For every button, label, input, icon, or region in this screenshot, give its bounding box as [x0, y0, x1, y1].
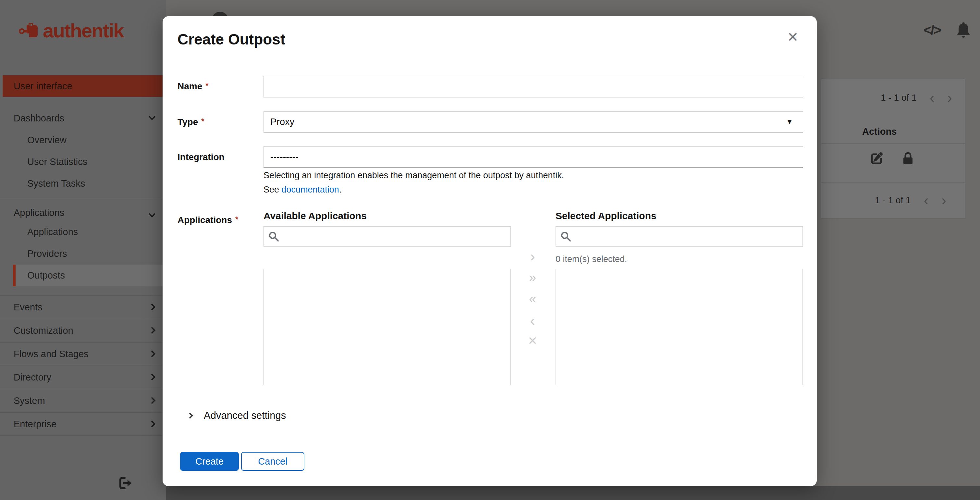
group-label: Dashboards	[14, 113, 64, 124]
sidebar-group-customization[interactable]: Customization	[0, 319, 166, 342]
next-page-icon[interactable]: ›	[947, 91, 952, 105]
item-label: User Statistics	[27, 156, 87, 167]
available-applications-title: Available Applications	[264, 210, 367, 221]
edit-icon[interactable]	[870, 151, 884, 165]
advanced-settings-label: Advanced settings	[204, 410, 286, 422]
available-search-input[interactable]	[264, 226, 511, 247]
documentation-link[interactable]: documentation	[282, 185, 339, 194]
integration-help-line1: Selecting an integration enables the man…	[264, 169, 564, 182]
label-text: Name	[178, 81, 202, 91]
page-footer-strip	[166, 486, 980, 500]
item-label: Providers	[27, 248, 67, 259]
sidebar-group-directory[interactable]: Directory	[0, 366, 166, 389]
move-all-left-icon[interactable]: «	[521, 292, 544, 305]
chevron-right-icon	[149, 327, 156, 334]
previous-page-icon[interactable]: ‹	[924, 193, 929, 207]
chevron-right-icon	[149, 420, 156, 427]
group-label: Events	[14, 302, 43, 313]
create-button[interactable]: Create	[180, 452, 239, 471]
move-selected-right-icon[interactable]: ›	[521, 249, 544, 264]
logo-wordmark: authentik	[43, 19, 124, 42]
help-text: .	[339, 185, 342, 194]
pagination-range: 1 - 1 of 1	[881, 92, 917, 103]
chevron-right-icon	[149, 350, 156, 357]
api-code-icon[interactable]: </>	[924, 22, 940, 38]
label-text: Type	[178, 117, 198, 127]
group-label: Flows and Stages	[14, 349, 89, 360]
sidebar-group-system[interactable]: System	[0, 389, 166, 412]
group-label: Applications	[14, 207, 64, 218]
header-icons: </>	[924, 22, 971, 38]
sidebar-item-outposts[interactable]: Outposts	[13, 264, 164, 287]
lock-icon[interactable]	[901, 151, 915, 166]
selected-count-status: 0 item(s) selected.	[555, 254, 627, 264]
page-root: authentik User interface Dashboards Over…	[0, 0, 980, 500]
authentik-key-icon	[19, 21, 40, 41]
sidebar-group-flows-and-stages[interactable]: Flows and Stages	[0, 342, 166, 366]
required-marker: *	[235, 215, 238, 224]
sidebar-item-overview[interactable]: Overview	[13, 129, 164, 151]
sidebar-group-enterprise[interactable]: Enterprise	[0, 412, 166, 436]
selected-applications-title: Selected Applications	[555, 210, 657, 221]
sidebar-item-providers[interactable]: Providers	[13, 243, 164, 264]
table-divider	[821, 182, 965, 183]
selected-applications-listbox[interactable]	[555, 269, 803, 385]
sidebar-collapsed-groups: Events Customization Flows and Stages Di…	[0, 295, 166, 436]
help-text: See	[264, 185, 282, 194]
sidebar-group-applications[interactable]: Applications	[0, 199, 166, 221]
cancel-button[interactable]: Cancel	[241, 452, 304, 471]
name-field[interactable]	[264, 76, 803, 97]
item-label: System Tasks	[27, 178, 85, 189]
selected-search-input[interactable]	[555, 226, 803, 247]
item-label: Outposts	[27, 270, 65, 281]
clear-selection-icon[interactable]: ✕	[521, 335, 544, 347]
sidebar-item-system-tasks[interactable]: System Tasks	[13, 173, 164, 194]
integration-select[interactable]: ---------	[264, 146, 803, 167]
chevron-right-icon	[149, 397, 156, 404]
sidebar-group-events[interactable]: Events	[0, 295, 166, 319]
sign-out-icon[interactable]	[117, 475, 134, 492]
type-select[interactable]: Proxy ▼	[264, 111, 803, 132]
available-applications-listbox[interactable]	[264, 269, 511, 385]
integration-help-line2: See documentation.	[264, 183, 341, 196]
chevron-right-icon	[149, 374, 156, 381]
sidebar: authentik User interface Dashboards Over…	[0, 0, 166, 500]
pagination-top: 1 - 1 of 1 ‹ ›	[881, 91, 952, 105]
advanced-settings-toggle[interactable]: Advanced settings	[188, 410, 286, 422]
create-outpost-modal: Create Outpost ✕ Name* Type* Proxy ▼ Int…	[162, 16, 817, 486]
item-label: Overview	[27, 135, 67, 145]
actions-column-header: Actions	[862, 126, 897, 137]
label-text: Applications	[178, 215, 232, 225]
chevron-right-icon	[187, 412, 193, 419]
move-all-right-icon[interactable]: »	[521, 271, 544, 284]
move-selected-left-icon[interactable]: ‹	[521, 313, 544, 328]
previous-page-icon[interactable]: ‹	[930, 91, 935, 105]
sidebar-nav: Dashboards Overview User Statistics Syst…	[0, 107, 166, 436]
integration-label: Integration	[178, 152, 224, 162]
chevron-down-icon	[149, 211, 156, 218]
next-page-icon[interactable]: ›	[941, 193, 946, 207]
outposts-table-card: 1 - 1 of 1 ‹ › Actions 1 - 1 of 1 ‹ ›	[821, 78, 966, 218]
sidebar-group-dashboards[interactable]: Dashboards	[0, 107, 166, 129]
label-text: Integration	[178, 152, 224, 162]
type-label: Type*	[178, 117, 204, 127]
sidebar-item-user-interface[interactable]: User interface	[3, 75, 164, 97]
search-icon	[268, 231, 279, 242]
group-label: System	[14, 395, 45, 406]
notification-bell-icon[interactable]	[956, 22, 971, 38]
integration-selected-value: ---------	[270, 151, 299, 162]
required-marker: *	[201, 117, 204, 126]
group-label: Customization	[14, 325, 73, 336]
close-icon[interactable]: ✕	[787, 29, 799, 45]
table-row-actions	[870, 151, 915, 166]
group-label: Directory	[14, 372, 51, 383]
chevron-down-icon	[149, 113, 156, 120]
authentik-logo: authentik	[19, 19, 124, 42]
select-caret-icon: ▼	[786, 118, 793, 126]
sidebar-item-user-statistics[interactable]: User Statistics	[13, 151, 164, 173]
pagination-range: 1 - 1 of 1	[875, 195, 911, 205]
modal-title: Create Outpost	[178, 30, 285, 48]
sidebar-item-applications[interactable]: Applications	[13, 221, 164, 243]
user-interface-label: User interface	[14, 81, 72, 92]
pagination-bottom: 1 - 1 of 1 ‹ ›	[875, 193, 946, 207]
